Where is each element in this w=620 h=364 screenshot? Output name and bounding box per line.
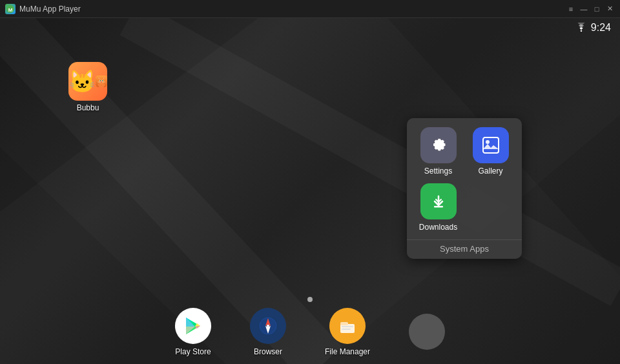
settings-popup-icon[interactable]: Settings xyxy=(413,125,463,178)
titlebar: M MuMu App Player ≡ — □ ✕ xyxy=(0,0,620,18)
popup-icons-grid: Settings Gallery xyxy=(407,118,522,238)
gallery-popup-label: Gallery xyxy=(478,167,502,176)
system-apps-title: System Apps xyxy=(407,239,522,259)
svg-rect-46 xyxy=(342,326,353,327)
downloads-icon-bg xyxy=(420,183,457,219)
titlebar-left: M MuMu App Player xyxy=(5,4,81,14)
gallery-icon-bg xyxy=(473,127,509,163)
titlebar-title: MuMu App Player xyxy=(19,5,81,14)
settings-popup-label: Settings xyxy=(424,167,452,176)
svg-rect-45 xyxy=(340,322,348,325)
filemanager-icon-image xyxy=(329,308,366,344)
svg-point-23 xyxy=(103,80,103,81)
svg-point-30 xyxy=(486,140,490,144)
filemanager-taskbar-icon[interactable]: File Manager xyxy=(325,308,370,356)
gray-circle xyxy=(409,314,445,350)
android-screen: 9:24 xyxy=(0,18,620,364)
empty-taskbar-slot xyxy=(409,314,445,350)
playstore-taskbar-icon[interactable]: Play Store xyxy=(175,308,211,356)
svg-point-13 xyxy=(98,78,105,84)
page-indicator-dot xyxy=(307,297,313,302)
svg-point-22 xyxy=(100,80,101,81)
bubbu-icon-label: Bubbu xyxy=(77,103,99,112)
svg-rect-29 xyxy=(483,137,499,153)
downloads-popup-label: Downloads xyxy=(419,223,457,232)
svg-rect-47 xyxy=(342,329,351,330)
minimize-button[interactable]: — xyxy=(579,4,589,14)
statusbar: 9:24 xyxy=(566,18,620,37)
maximize-button[interactable]: □ xyxy=(592,4,602,14)
settings-icon-bg xyxy=(420,127,457,163)
svg-point-42 xyxy=(267,325,269,327)
wifi-icon xyxy=(575,23,587,34)
taskbar: Play Store Browser xyxy=(0,306,620,364)
system-apps-popup: Settings Gallery xyxy=(407,118,522,259)
playstore-icon-image xyxy=(175,308,211,344)
svg-marker-8 xyxy=(579,28,583,30)
bubbu-icon-image xyxy=(68,62,107,101)
gallery-popup-icon[interactable]: Gallery xyxy=(466,125,515,178)
browser-taskbar-icon[interactable]: Browser xyxy=(250,308,286,356)
time-display: 9:24 xyxy=(591,22,611,34)
svg-point-24 xyxy=(101,81,102,82)
app-logo: M xyxy=(5,4,16,14)
bubbu-app-icon[interactable]: Bubbu xyxy=(68,62,107,112)
playstore-taskbar-label: Play Store xyxy=(175,347,211,356)
svg-marker-34 xyxy=(186,318,195,327)
close-button[interactable]: ✕ xyxy=(604,4,615,14)
filemanager-taskbar-label: File Manager xyxy=(325,347,370,356)
menu-button[interactable]: ≡ xyxy=(566,4,576,14)
browser-icon-image xyxy=(250,308,286,344)
downloads-popup-icon[interactable]: Downloads xyxy=(413,181,463,234)
svg-rect-32 xyxy=(434,206,443,208)
browser-taskbar-label: Browser xyxy=(254,347,282,356)
svg-text:M: M xyxy=(8,6,13,12)
titlebar-controls: ≡ — □ ✕ xyxy=(566,4,615,14)
